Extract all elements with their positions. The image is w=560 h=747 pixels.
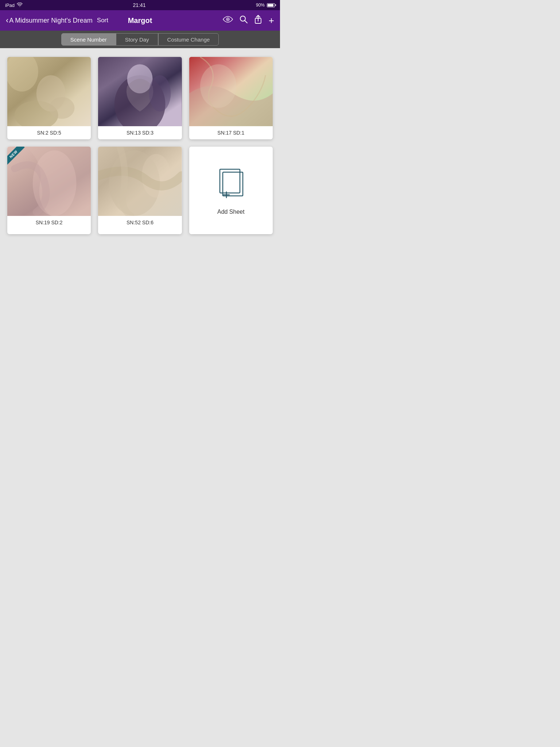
sort-button[interactable]: Sort [97,17,108,24]
card-image-sn52 [98,147,182,216]
add-sheet-icon [213,166,249,204]
battery-icon [267,3,275,7]
new-badge-label: NEW [7,147,25,165]
card-label-sn13: SN:13 SD:3 [98,126,182,139]
card-image-sn17 [189,57,273,126]
page-title: Margot [128,16,152,24]
svg-point-10 [49,97,75,119]
card-label-sn2: SN:2 SD:5 [7,126,91,139]
svg-point-15 [149,75,171,112]
card-sn2[interactable]: SN:2 SD:5 [7,57,91,139]
svg-point-17 [200,64,237,108]
eye-icon[interactable] [223,16,233,25]
chevron-left-icon: ‹ [6,16,8,24]
search-icon[interactable] [240,15,248,26]
card-label-sn52: SN:52 SD:6 [98,216,182,229]
card-label-sn19: SN:19 SD:2 [7,216,91,229]
svg-point-1 [227,19,229,20]
card-image-sn19: NEW [7,147,91,216]
add-sheet-card[interactable]: Add Sheet [189,147,273,234]
add-sheet-label: Add Sheet [217,209,245,215]
status-bar: iPad 21:41 90% [0,0,280,10]
card-sn19[interactable]: NEW SN:19 SD:2 [7,147,91,234]
cards-grid: SN:2 SD:5 SN:13 SD:3 [0,48,280,243]
back-button[interactable]: ‹ A Midsummer Night's Dream [6,16,93,24]
card-label-sn17: SN:17 SD:1 [189,126,273,139]
segment-costume-change[interactable]: Costume Change [158,33,219,46]
wifi-icon [17,3,23,8]
card-sn13[interactable]: SN:13 SD:3 [98,57,182,139]
battery-percent: 90% [256,3,265,8]
segment-story-day[interactable]: Story Day [116,33,158,46]
card-image-sn2 [7,57,91,126]
nav-bar: ‹ A Midsummer Night's Dream Sort Margot [0,10,280,31]
new-badge: NEW [7,147,29,169]
svg-line-3 [245,21,247,23]
card-sn52[interactable]: SN:52 SD:6 [98,147,182,234]
share-icon[interactable] [254,15,262,26]
back-title: A Midsummer Night's Dream [9,17,93,24]
card-image-sn13 [98,57,182,126]
segmented-control: Scene Number Story Day Costume Change [0,31,280,48]
time-display: 21:41 [133,2,145,8]
segment-scene-number[interactable]: Scene Number [61,33,116,46]
card-sn17[interactable]: SN:17 SD:1 [189,57,273,139]
add-icon[interactable]: + [269,15,274,26]
device-label: iPad [5,3,15,8]
